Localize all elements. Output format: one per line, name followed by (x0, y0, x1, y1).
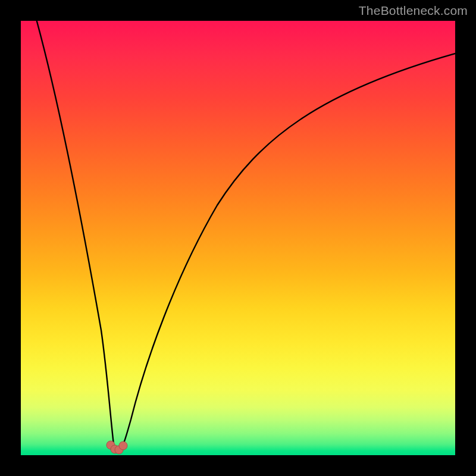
chart-frame: TheBottleneck.com (0, 0, 476, 476)
bottleneck-curve (35, 21, 455, 450)
watermark-text: TheBottleneck.com (359, 4, 468, 18)
bottleneck-curve-svg (21, 21, 455, 455)
valley-marker-group (107, 441, 127, 454)
valley-marker (119, 441, 127, 450)
plot-area (21, 21, 455, 455)
